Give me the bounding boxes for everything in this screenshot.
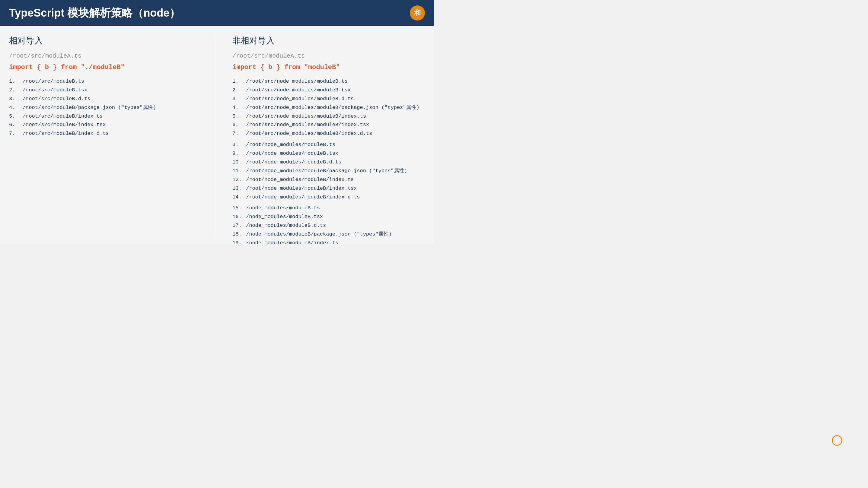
list-path: /root/src/moduleB/package.json ("types"属…: [23, 103, 156, 112]
header: TypeScript 模块解析策略（node） 和: [0, 0, 434, 26]
list-number: 1.: [232, 77, 243, 86]
list-path: /root/node_modules/moduleB.d.ts: [246, 158, 341, 167]
list-path: /node_modules/moduleB.tsx: [246, 213, 323, 221]
list-number: 10.: [232, 158, 243, 167]
list-path: /root/src/moduleB.tsx: [23, 86, 87, 95]
list-item: 4./root/src/moduleB/package.json ("types…: [9, 103, 202, 112]
list-number: 16.: [232, 213, 243, 221]
list-item: 6./root/src/moduleB/index.tsx: [9, 121, 202, 129]
list-path: /root/src/moduleB/index.ts: [23, 112, 103, 121]
right-resolution-list: 1./root/src/node_modules/moduleB.ts2./ro…: [232, 77, 425, 244]
list-path: /root/node_modules/moduleB/index.d.ts: [246, 193, 360, 202]
list-path: /node_modules/moduleB.ts: [246, 204, 320, 213]
list-item: 1./root/src/node_modules/moduleB.ts: [232, 77, 425, 86]
column-divider: [217, 35, 217, 240]
list-item: 6./root/src/node_modules/moduleB/index.t…: [232, 121, 425, 129]
logo-area: 和: [410, 5, 425, 21]
list-item: 5./root/src/node_modules/moduleB/index.t…: [232, 112, 425, 121]
left-import-line: import { b } from "./moduleB": [9, 64, 202, 71]
list-item: 9./root/node_modules/moduleB.tsx: [232, 149, 425, 158]
list-number: 4.: [9, 103, 20, 112]
left-file-path: /root/src/moduleA.ts: [9, 53, 202, 59]
list-item: 3./root/src/moduleB.d.ts: [9, 95, 202, 103]
list-path: /root/src/moduleB.d.ts: [23, 95, 90, 103]
list-number: 5.: [9, 112, 20, 121]
list-number: 11.: [232, 167, 243, 175]
list-number: 5.: [232, 112, 243, 121]
list-number: 6.: [232, 121, 243, 129]
right-column: 非相对导入 /root/src/moduleA.ts import { b } …: [232, 35, 425, 240]
list-number: 15.: [232, 204, 243, 213]
list-number: 14.: [232, 193, 243, 202]
list-path: /root/src/moduleB/index.tsx: [23, 121, 105, 129]
list-item: 7./root/src/node_modules/moduleB/index.d…: [232, 129, 425, 138]
list-path: /root/node_modules/moduleB/package.json …: [246, 167, 407, 175]
list-spacer: [232, 138, 425, 140]
right-section-title: 非相对导入: [232, 35, 425, 46]
list-item: 1./root/src/moduleB.ts: [9, 77, 202, 86]
list-item: 8./root/node_modules/moduleB.ts: [232, 140, 425, 149]
list-number: 2.: [232, 86, 243, 95]
list-path: /root/node_modules/moduleB/index.ts: [246, 175, 354, 184]
left-column: 相对导入 /root/src/moduleA.ts import { b } f…: [9, 35, 202, 240]
list-item: 4./root/src/node_modules/moduleB/package…: [232, 103, 425, 112]
logo-icon: 和: [410, 5, 425, 21]
list-number: 4.: [232, 103, 243, 112]
list-path: /root/src/node_modules/moduleB.tsx: [246, 86, 351, 95]
list-item: 16./node_modules/moduleB.tsx: [232, 213, 425, 221]
list-item: 18./node_modules/moduleB/package.json ("…: [232, 230, 425, 239]
right-import-line: import { b } from "moduleB": [232, 64, 425, 71]
left-section-title: 相对导入: [9, 35, 202, 46]
list-number: 12.: [232, 175, 243, 184]
list-item: 17./node_modules/moduleB.d.ts: [232, 221, 425, 230]
list-item: 7./root/src/moduleB/index.d.ts: [9, 129, 202, 138]
list-spacer: [232, 201, 425, 204]
content: 相对导入 /root/src/moduleA.ts import { b } f…: [0, 26, 434, 244]
left-resolution-list: 1./root/src/moduleB.ts2./root/src/module…: [9, 77, 202, 138]
list-path: /root/src/moduleB/index.d.ts: [23, 129, 109, 138]
list-number: 3.: [232, 95, 243, 103]
list-number: 7.: [232, 129, 243, 138]
list-path: /node_modules/moduleB/index.ts: [246, 239, 338, 244]
list-path: /root/node_modules/moduleB.ts: [246, 140, 335, 149]
list-number: 2.: [9, 86, 20, 95]
list-number: 1.: [9, 77, 20, 86]
list-item: 14./root/node_modules/moduleB/index.d.ts: [232, 193, 425, 202]
list-path: /node_modules/moduleB/package.json ("typ…: [246, 230, 392, 239]
list-number: 9.: [232, 149, 243, 158]
list-number: 3.: [9, 95, 20, 103]
list-number: 19.: [232, 239, 243, 244]
list-number: 6.: [9, 121, 20, 129]
list-path: /root/node_modules/moduleB.tsx: [246, 149, 338, 158]
list-number: 13.: [232, 184, 243, 193]
list-item: 2./root/src/moduleB.tsx: [9, 86, 202, 95]
list-number: 8.: [232, 140, 243, 149]
list-item: 11./root/node_modules/moduleB/package.js…: [232, 167, 425, 175]
list-number: 7.: [9, 129, 20, 138]
list-item: 10./root/node_modules/moduleB.d.ts: [232, 158, 425, 167]
list-item: 12./root/node_modules/moduleB/index.ts: [232, 175, 425, 184]
list-item: 15./node_modules/moduleB.ts: [232, 204, 425, 213]
list-path: /root/node_modules/moduleB/index.tsx: [246, 184, 357, 193]
list-item: 13./root/node_modules/moduleB/index.tsx: [232, 184, 425, 193]
list-path: /root/src/moduleB.ts: [23, 77, 84, 86]
list-item: 3./root/src/node_modules/moduleB.d.ts: [232, 95, 425, 103]
right-file-path: /root/src/moduleA.ts: [232, 53, 425, 59]
list-item: 19./node_modules/moduleB/index.ts: [232, 239, 425, 244]
list-number: 17.: [232, 221, 243, 230]
page-title: TypeScript 模块解析策略（node）: [9, 6, 180, 21]
list-path: /root/src/node_modules/moduleB/index.tsx: [246, 121, 369, 129]
list-path: /root/src/node_modules/moduleB/index.d.t…: [246, 129, 372, 138]
list-path: /root/src/node_modules/moduleB/package.j…: [246, 103, 420, 112]
list-path: /node_modules/moduleB.d.ts: [246, 221, 326, 230]
list-path: /root/src/node_modules/moduleB.ts: [246, 77, 348, 86]
list-item: 2./root/src/node_modules/moduleB.tsx: [232, 86, 425, 95]
list-item: 5./root/src/moduleB/index.ts: [9, 112, 202, 121]
list-path: /root/src/node_modules/moduleB.d.ts: [246, 95, 354, 103]
list-number: 18.: [232, 230, 243, 239]
list-path: /root/src/node_modules/moduleB/index.ts: [246, 112, 366, 121]
